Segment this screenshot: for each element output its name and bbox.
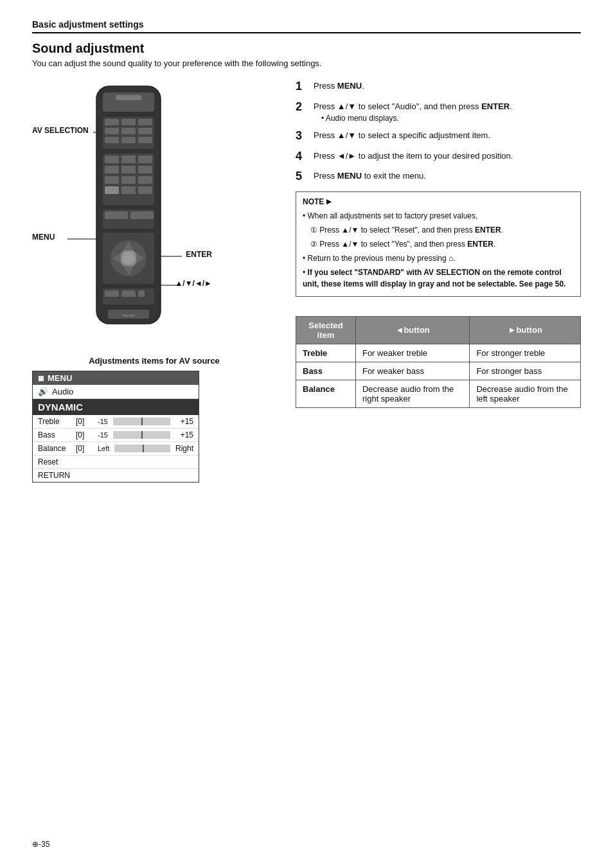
table-row-balance: Balance Decrease audio from the right sp… (296, 380, 581, 407)
page-footer: ⊕-35 (32, 840, 49, 849)
note-item-2: • Return to the previous menu by pressin… (303, 252, 574, 264)
arrows-label: ▲/▼/◄/► (175, 279, 212, 288)
bass-min: -15 (98, 431, 108, 439)
svg-point-40 (122, 252, 135, 265)
step-4-text: Press ◄/► to adjust the item to your des… (314, 150, 513, 163)
balance-max: Right (175, 444, 193, 453)
note-item-1a: ① Press ▲/▼ to select "Reset", and then … (310, 224, 574, 236)
balance-label: Balance (38, 444, 73, 453)
enter-label: ENTER (186, 250, 212, 259)
menu-treble-row: Treble [0] -15 +15 (33, 415, 199, 429)
treble-label: Treble (38, 417, 73, 426)
step-3-text: Press ▲/▼ to select a specific adjustmen… (314, 129, 490, 142)
col-header-item: Selected item (296, 316, 356, 344)
svg-rect-22 (121, 166, 136, 173)
remote-diagram: AV SELECTION MENU ENTER ▲/▼/◄/► (32, 80, 212, 350)
bass-right: For stronger bass (470, 362, 581, 380)
note-item-1: • When all adjustments set to factory pr… (303, 210, 574, 222)
section-header: Basic adjustment settings (32, 19, 581, 33)
treble-val: [0] (76, 417, 95, 426)
steps-list: 1 Press MENU. 2 Press ▲/▼ to select "Aud… (296, 80, 581, 184)
svg-rect-25 (121, 176, 136, 184)
svg-rect-9 (121, 119, 136, 125)
note-item-1b: ② Press ▲/▼ to select "Yes", and then pr… (310, 238, 574, 250)
menu-bass-row: Bass [0] -15 +15 (33, 429, 199, 442)
svg-rect-23 (138, 166, 152, 173)
svg-rect-21 (105, 166, 119, 173)
svg-rect-28 (121, 186, 136, 194)
return-label: RETURN (38, 471, 70, 480)
audio-icon: 🔊 (38, 387, 48, 396)
svg-rect-24 (105, 176, 119, 184)
svg-rect-32 (130, 211, 154, 219)
bass-item: Bass (296, 362, 356, 380)
svg-rect-27 (105, 186, 119, 194)
page-number: ⊕-35 (32, 840, 49, 849)
balance-slider (114, 445, 170, 452)
subtitle: You can adjust the sound quality to your… (32, 58, 581, 68)
bass-val: [0] (76, 430, 95, 439)
svg-rect-26 (138, 176, 152, 184)
svg-rect-44 (138, 290, 145, 297)
balance-item: Balance (296, 380, 356, 407)
treble-left: For weaker treble (355, 344, 469, 362)
note-header-text: NOTE (303, 196, 324, 208)
main-title: Sound adjustment (32, 41, 581, 56)
svg-text:Pioneer: Pioneer (122, 314, 136, 317)
treble-item: Treble (296, 344, 356, 362)
treble-max: +15 (175, 417, 193, 426)
treble-min: -15 (98, 418, 108, 425)
svg-rect-19 (121, 155, 136, 163)
treble-right: For stronger treble (470, 344, 581, 362)
svg-rect-42 (105, 290, 119, 297)
svg-rect-11 (105, 128, 119, 134)
bass-slider (113, 431, 170, 439)
step-1: 1 Press MENU. (296, 80, 581, 94)
svg-rect-16 (138, 137, 152, 143)
bass-left: For weaker bass (355, 362, 469, 380)
menu-box: ▦ MENU 🔊 Audio DYNAMIC Treble [0] -15 +1… (32, 371, 199, 483)
menu-reset-row: Reset (33, 456, 199, 469)
col-header-left: ◄button (355, 316, 469, 344)
table-header-row: Selected item ◄button ►button (296, 316, 581, 344)
col-header-right: ►button (470, 316, 581, 344)
svg-rect-12 (121, 128, 136, 134)
step-2-content: Press ▲/▼ to select "Audio", and then pr… (314, 100, 512, 123)
step-2: 2 Press ▲/▼ to select "Audio", and then … (296, 100, 581, 123)
svg-rect-15 (121, 137, 136, 143)
page: Basic adjustment settings Sound adjustme… (0, 0, 613, 868)
treble-slider (113, 418, 170, 425)
table-row-bass: Bass For weaker bass For stronger bass (296, 362, 581, 380)
bass-label: Bass (38, 430, 73, 439)
menu-label: MENU (32, 233, 55, 242)
step-4: 4 Press ◄/► to adjust the item to your d… (296, 150, 581, 164)
right-column: 1 Press MENU. 2 Press ▲/▼ to select "Aud… (296, 80, 581, 483)
step-5: 5 Press MENU to exit the menu. (296, 170, 581, 184)
svg-rect-43 (121, 290, 136, 297)
menu-balance-row: Balance [0] Left Right (33, 442, 199, 456)
menu-audio-row: 🔊 Audio (33, 385, 199, 399)
svg-rect-6 (116, 95, 141, 100)
bass-max: +15 (175, 430, 193, 439)
left-column: AV SELECTION MENU ENTER ▲/▼/◄/► (32, 80, 276, 483)
balance-left: Decrease audio from the right speaker (355, 380, 469, 407)
av-selection-label: AV SELECTION (32, 126, 89, 135)
menu-dynamic: DYNAMIC (33, 399, 199, 415)
step-5-text: Press MENU to exit the menu. (314, 170, 426, 182)
step-2-text: Press ▲/▼ to select "Audio", and then pr… (314, 100, 512, 113)
step-2-subitem: • Audio menu displays. (321, 114, 512, 123)
treble-indicator (141, 418, 143, 425)
svg-rect-8 (105, 119, 119, 125)
step-1-text: Press MENU. (314, 80, 364, 93)
adjustment-table: Selected item ◄button ►button Treble For… (296, 316, 581, 408)
step-2-num: 2 (296, 100, 308, 114)
bass-indicator (141, 431, 143, 439)
menu-return-row: RETURN (33, 469, 199, 482)
svg-rect-20 (138, 155, 152, 163)
step-5-num: 5 (296, 170, 308, 184)
svg-rect-29 (138, 186, 152, 194)
reset-label: Reset (38, 457, 58, 466)
step-3: 3 Press ▲/▼ to select a specific adjustm… (296, 129, 581, 143)
svg-rect-31 (105, 211, 128, 219)
balance-val: [0] (76, 444, 95, 453)
